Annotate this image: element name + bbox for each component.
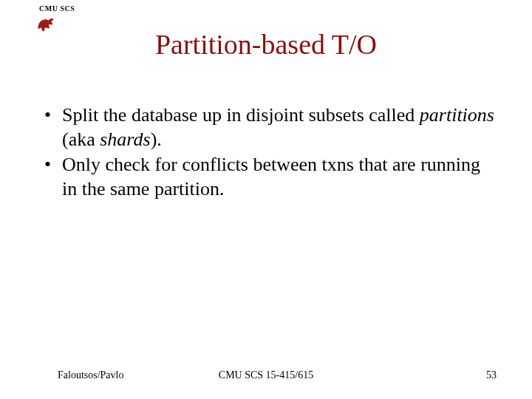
bullet-italic: shards: [100, 129, 150, 150]
slide-body: Split the database up in disjoint subset…: [41, 103, 497, 202]
slide-footer: Faloutsos/Pavlo CMU SCS 15-415/615 53: [0, 369, 532, 384]
footer-page-number: 53: [486, 369, 497, 381]
footer-course: CMU SCS 15-415/615: [0, 369, 532, 381]
slide-title: Partition-based T/O: [0, 28, 532, 61]
bullet-text: ).: [151, 129, 162, 150]
bullet-text: (aka: [62, 129, 100, 150]
bullet-item: Only check for conflicts between txns th…: [41, 153, 497, 201]
bullet-text: Only check for conflicts between txns th…: [62, 154, 480, 200]
bullet-italic: partitions: [420, 104, 494, 126]
bullet-item: Split the database up in disjoint subset…: [41, 103, 497, 151]
org-label: CMU SCS: [39, 4, 75, 13]
bullet-text: Split the database up in disjoint subset…: [62, 104, 420, 126]
